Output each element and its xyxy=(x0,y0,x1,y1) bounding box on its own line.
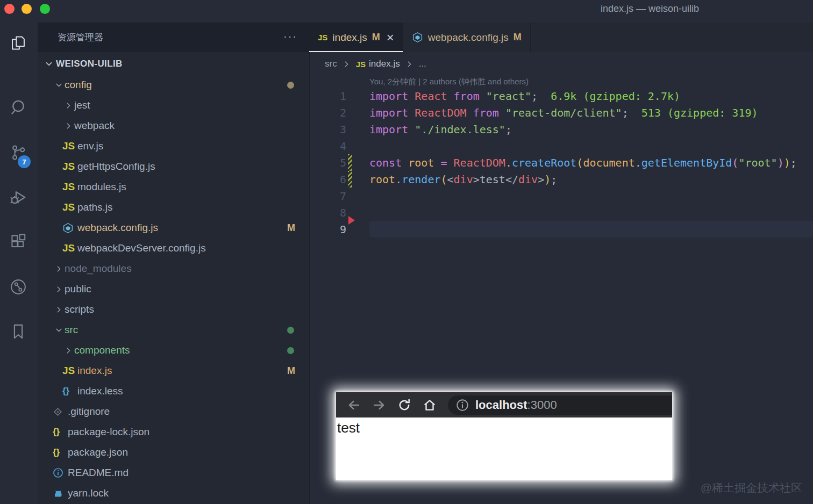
tree-item-index-less[interactable]: {}index.less xyxy=(38,381,309,401)
workspace-section-header[interactable]: WEISON-UILIB xyxy=(38,54,309,74)
tree-item-gethttpsconfig-js[interactable]: JSgetHttpsConfig.js xyxy=(38,156,309,177)
site-info-icon[interactable] xyxy=(455,398,469,412)
breadcrumb-separator-icon xyxy=(405,60,414,69)
tree-item-label: node_modules xyxy=(65,263,132,275)
gutter-decorations xyxy=(346,188,369,204)
tree-item-index-js[interactable]: JSindex.jsM xyxy=(38,361,309,381)
chevron-right-icon[interactable] xyxy=(62,344,74,356)
tree-item-yarn-lock[interactable]: yarn.lock xyxy=(38,483,309,503)
chevron-right-icon[interactable] xyxy=(53,263,65,275)
line-number: 3 xyxy=(309,123,346,136)
close-window-button[interactable] xyxy=(4,4,15,14)
explorer-more-actions-button[interactable]: ··· xyxy=(283,30,297,42)
extensions-icon[interactable] xyxy=(8,232,29,254)
address-bar[interactable]: localhost:3000 xyxy=(448,395,672,415)
gitlens-icon[interactable] xyxy=(8,276,29,298)
line-number: 9 xyxy=(309,223,346,236)
tree-item-label: paths.js xyxy=(77,201,112,213)
line-number: 6 xyxy=(309,173,346,186)
tree-item-label: public xyxy=(65,283,91,295)
line-number: 1 xyxy=(309,90,346,103)
gitignore-file-icon xyxy=(53,407,68,417)
git-modified-badge: M xyxy=(372,32,380,43)
tree-item-components[interactable]: components xyxy=(38,340,309,361)
line-number: 2 xyxy=(309,106,346,119)
tree-item-label: config xyxy=(65,79,92,91)
chevron-right-icon[interactable] xyxy=(62,99,74,111)
tree-item-node-modules[interactable]: node_modules xyxy=(38,258,309,279)
js-file-icon: JS xyxy=(62,242,77,254)
gutter-decorations xyxy=(346,104,369,121)
browser-home-icon[interactable] xyxy=(423,398,437,412)
close-tab-icon[interactable]: × xyxy=(387,32,394,43)
browser-reload-icon[interactable] xyxy=(397,398,411,412)
chevron-down-icon[interactable] xyxy=(53,324,65,336)
code-line-content xyxy=(369,221,813,237)
tree-item-label: src xyxy=(65,324,78,336)
tab-webpack-config-js[interactable]: webpack.config.jsM xyxy=(403,23,531,52)
browser-page: test xyxy=(336,417,672,480)
tree-item-label: env.js xyxy=(77,140,103,152)
webpack-file-icon xyxy=(412,32,423,43)
search-icon[interactable] xyxy=(8,97,29,118)
js-file-icon: JS xyxy=(318,33,327,42)
line-number: 5 xyxy=(309,156,346,169)
tree-item-webpack[interactable]: webpack xyxy=(38,116,309,136)
code-line-content: root.render(<div>test</div>); xyxy=(369,171,813,188)
tree-item-scripts[interactable]: scripts xyxy=(38,299,309,320)
tab-index-js[interactable]: JSindex.jsM× xyxy=(309,23,403,52)
tree-item-label: README.md xyxy=(68,467,129,479)
less-file-icon: {} xyxy=(62,386,77,397)
breadcrumb-item-src[interactable]: src xyxy=(325,59,337,69)
tree-item-gitignore[interactable]: .gitignore xyxy=(38,401,309,422)
tree-item-modules-js[interactable]: JSmodules.js xyxy=(38,177,309,197)
chevron-down-icon[interactable] xyxy=(53,79,65,91)
tab-label: webpack.config.js xyxy=(428,32,509,44)
tree-item-paths-js[interactable]: JSpaths.js xyxy=(38,197,309,218)
tree-item-package-lock-json[interactable]: {}package-lock.json xyxy=(38,422,309,442)
tree-item-webpack-config-js[interactable]: webpack.config.jsM xyxy=(38,218,309,238)
tree-item-config[interactable]: config xyxy=(38,75,309,95)
tree-item-jest[interactable]: jest xyxy=(38,95,309,116)
explorer-title: 资源管理器 xyxy=(58,31,103,44)
code-line-8: 8 xyxy=(309,204,813,221)
line-number: 4 xyxy=(309,140,346,153)
git-modified-badge: M xyxy=(287,365,295,377)
js-file-icon: JS xyxy=(356,60,366,69)
code-line-6: 6root.render(<div>test</div>); xyxy=(309,171,813,188)
git-status-dot xyxy=(287,82,294,89)
maximize-window-button[interactable] xyxy=(40,4,50,14)
js-file-icon: JS xyxy=(62,201,77,213)
run-debug-icon[interactable] xyxy=(8,187,29,208)
tree-item-webpackdevserver-config-js[interactable]: JSwebpackDevServer.config.js xyxy=(38,238,309,258)
tree-item-public[interactable]: public xyxy=(38,279,309,299)
tree-item-src[interactable]: src xyxy=(38,320,309,340)
activity-bar: 7 xyxy=(0,23,38,504)
chevron-right-icon[interactable] xyxy=(62,120,74,132)
chevron-right-icon[interactable] xyxy=(53,283,65,295)
code-editor[interactable]: 1import React from "react"; 6.9k (gzippe… xyxy=(309,88,813,237)
tab-label: index.js xyxy=(332,32,367,44)
explorer-icon[interactable] xyxy=(8,32,29,54)
gutter-decorations xyxy=(346,121,369,138)
code-line-2: 2import ReactDOM from "react-dom/client"… xyxy=(309,104,813,121)
bookmarks-icon[interactable] xyxy=(8,321,29,342)
code-line-content xyxy=(369,204,813,221)
tree-item-label: scripts xyxy=(65,304,94,315)
code-line-content xyxy=(369,138,813,154)
browser-forward-icon[interactable] xyxy=(372,398,386,412)
tree-item-label: index.less xyxy=(77,385,123,397)
breadcrumb-item-more[interactable]: ... xyxy=(419,59,426,69)
gutter-decorations xyxy=(346,88,369,104)
line-number: 8 xyxy=(309,206,346,219)
minimize-window-button[interactable] xyxy=(22,4,32,14)
tree-item-package-json[interactable]: {}package.json xyxy=(38,442,309,463)
browser-back-icon[interactable] xyxy=(347,398,361,412)
readme-file-icon xyxy=(53,467,68,478)
vscode-window: index.js — weison-uilib 7 资源管理器 ··· xyxy=(0,0,813,504)
tree-item-env-js[interactable]: JSenv.js xyxy=(38,136,309,156)
tree-item-label: yarn.lock xyxy=(68,487,109,499)
breadcrumb-item-index-js[interactable]: JSindex.js xyxy=(356,59,400,69)
chevron-right-icon[interactable] xyxy=(53,304,65,315)
tree-item-readme-md[interactable]: README.md xyxy=(38,463,309,483)
